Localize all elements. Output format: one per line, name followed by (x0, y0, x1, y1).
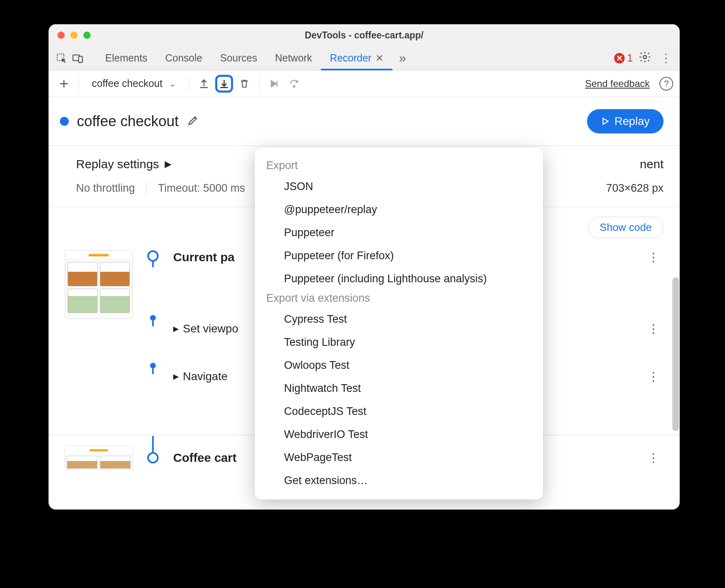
export-item-webdriverio[interactable]: WebdriverIO Test (255, 423, 543, 446)
export-button[interactable] (215, 75, 233, 93)
devtools-tabstrip: Elements Console Sources Network Recorde… (49, 46, 680, 70)
recording-selector-label: coffee checkout (92, 78, 163, 89)
environment-label-partial: nent (640, 157, 664, 171)
window-titlebar: DevTools - coffee-cart.app/ (49, 24, 680, 46)
step-thumbnail (65, 446, 133, 470)
export-item-testing-library[interactable]: Testing Library (255, 331, 543, 354)
timeline-node (147, 452, 159, 463)
tabs-overflow-icon[interactable]: » (399, 51, 406, 66)
recording-selector[interactable]: coffee checkout ⌄ (85, 74, 183, 93)
export-item-get-extensions[interactable]: Get extensions… (255, 469, 543, 492)
export-item-puppeteer-replay[interactable]: @puppeteer/replay (255, 198, 543, 221)
replay-settings-toggle[interactable]: Replay settings ▶ (76, 157, 172, 171)
chevron-down-icon: ⌄ (169, 79, 176, 89)
replay-settings-label: Replay settings (76, 157, 159, 171)
export-item-puppeteer-lighthouse[interactable]: Puppeteer (including Lighthouse analysis… (255, 267, 543, 290)
step-more-icon[interactable]: ⋮ (647, 374, 664, 379)
step-thumbnail (65, 250, 133, 319)
help-icon[interactable]: ? (659, 77, 673, 91)
new-recording-button[interactable] (55, 75, 73, 93)
step-more-icon[interactable]: ⋮ (647, 455, 664, 460)
settings-gear-icon[interactable] (638, 51, 651, 66)
timeline-column (145, 250, 161, 262)
error-count: 1 (627, 52, 633, 64)
export-item-owloops[interactable]: Owloops Test (255, 354, 543, 377)
close-window-button[interactable] (57, 32, 65, 39)
svg-rect-2 (78, 56, 82, 62)
caret-right-icon: ▶ (173, 324, 179, 333)
step-label: Navigate (183, 370, 228, 383)
export-item-json[interactable]: JSON (255, 175, 543, 198)
step-over-button[interactable] (265, 75, 283, 93)
svg-point-4 (293, 85, 295, 87)
maximize-window-button[interactable] (83, 32, 91, 39)
tab-console[interactable]: Console (156, 46, 211, 70)
timeline-dot (150, 363, 156, 368)
error-icon: ✕ (614, 53, 625, 63)
export-heading: Export (255, 158, 543, 175)
tab-network[interactable]: Network (266, 46, 321, 70)
tab-recorder-label: Recorder (330, 52, 371, 64)
error-indicator[interactable]: ✕ 1 (614, 52, 633, 64)
timeline-node (147, 250, 159, 262)
step-label: Set viewpo (183, 322, 238, 335)
recording-header: coffee checkout Replay (49, 97, 680, 146)
minimize-window-button[interactable] (70, 32, 78, 39)
close-tab-icon[interactable]: ✕ (375, 53, 384, 64)
step-group-title: Current pa (173, 250, 235, 264)
traffic-lights (49, 32, 91, 39)
replay-button-label: Replay (615, 115, 650, 128)
scrollbar[interactable] (672, 277, 679, 431)
step-group-title: Coffee cart (173, 451, 237, 465)
export-item-puppeteer-firefox[interactable]: Puppeteer (for Firefox) (255, 244, 543, 267)
separator (146, 181, 147, 195)
delete-button[interactable] (235, 75, 253, 93)
edit-title-icon[interactable] (187, 114, 199, 128)
more-menu-icon[interactable]: ⋮ (657, 51, 675, 65)
recording-title: coffee checkout (77, 113, 179, 130)
svg-point-3 (643, 55, 647, 59)
throttling-value[interactable]: No throttling (76, 182, 135, 195)
tab-recorder[interactable]: Recorder ✕ (321, 46, 392, 70)
export-item-nightwatch[interactable]: Nightwatch Test (255, 377, 543, 400)
export-extensions-heading: Export via extensions (255, 290, 543, 308)
tab-elements[interactable]: Elements (96, 46, 156, 70)
export-menu: Export JSON @puppeteer/replay Puppeteer … (255, 148, 543, 499)
send-feedback-link[interactable]: Send feedback (585, 78, 650, 89)
caret-right-icon: ▶ (165, 159, 172, 169)
device-toolbar-icon[interactable] (70, 53, 86, 64)
replay-button[interactable]: Replay (587, 109, 664, 133)
recording-status-dot (60, 117, 69, 126)
step-more-icon[interactable]: ⋮ (647, 326, 664, 331)
caret-right-icon: ▶ (173, 372, 179, 381)
timeline-dot (150, 315, 156, 321)
viewport-dimensions: 703×628 px (606, 182, 664, 195)
timeout-value[interactable]: Timeout: 5000 ms (158, 182, 245, 195)
scrollbar-thumb[interactable] (672, 277, 679, 431)
separator (189, 76, 189, 92)
recorder-content: coffee checkout Replay Replay settings ▶… (49, 97, 680, 510)
export-item-cypress[interactable]: Cypress Test (255, 308, 543, 331)
import-button[interactable] (195, 75, 213, 93)
recorder-toolbar: coffee checkout ⌄ Send feedback ? (49, 70, 680, 97)
export-item-webpagetest[interactable]: WebPageTest (255, 446, 543, 469)
tab-sources[interactable]: Sources (211, 46, 266, 70)
export-item-codeceptjs[interactable]: CodeceptJS Test (255, 400, 543, 423)
continue-button[interactable] (285, 75, 303, 93)
separator (259, 76, 259, 92)
export-item-puppeteer[interactable]: Puppeteer (255, 221, 543, 244)
step-more-icon[interactable]: ⋮ (647, 255, 664, 260)
inspect-icon[interactable] (53, 53, 70, 64)
devtools-window: DevTools - coffee-cart.app/ Elements Con… (49, 24, 680, 510)
window-title: DevTools - coffee-cart.app/ (49, 30, 680, 41)
separator (78, 76, 79, 92)
show-code-button[interactable]: Show code (588, 217, 664, 238)
